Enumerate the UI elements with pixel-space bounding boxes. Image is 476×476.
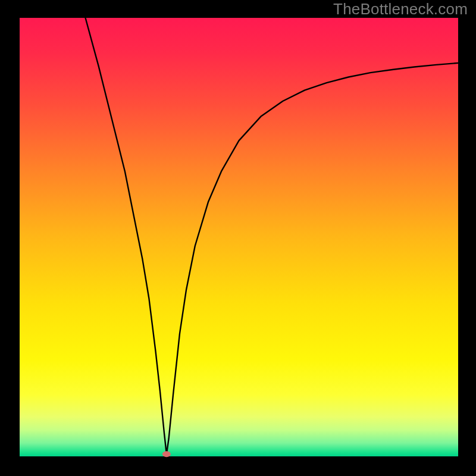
watermark: TheBottleneck.com <box>333 0 468 18</box>
chart-plot-area <box>20 18 458 456</box>
chart-svg <box>0 0 476 476</box>
chart-container: TheBottleneck.com <box>0 0 476 476</box>
chart-marker <box>162 451 171 457</box>
